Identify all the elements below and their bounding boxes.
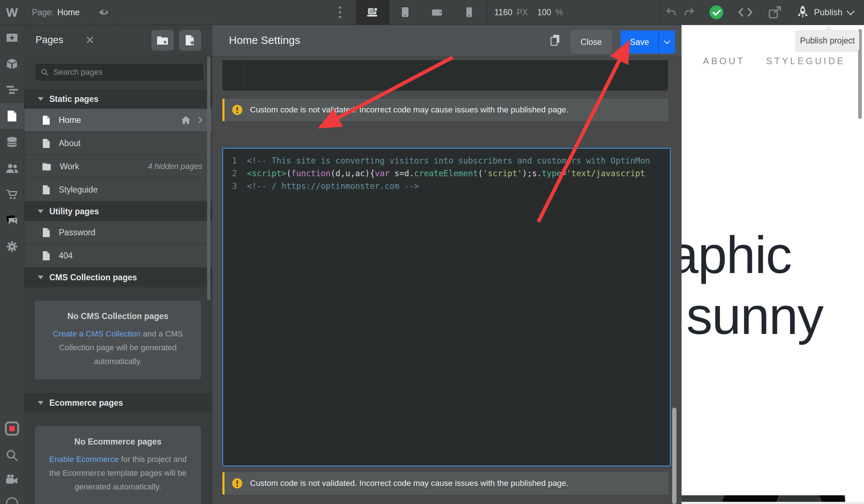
breakpoint-phone-landscape-icon[interactable] — [431, 0, 443, 25]
pages-button-active[interactable] — [0, 103, 24, 129]
divider — [761, 0, 761, 25]
code-text: <!-- / https://optinmonster.com --> — [237, 180, 670, 193]
code-export-icon[interactable] — [737, 0, 754, 25]
video-tutorials-button[interactable] — [0, 466, 24, 492]
search-icon — [41, 69, 48, 76]
home-icon — [181, 116, 191, 124]
zoom-value: 100 — [537, 8, 551, 17]
chevron-down-icon — [38, 97, 44, 101]
warning-text: Custom code is not validated. Incorrect … — [250, 105, 568, 115]
code-text: <!-- This site is converting visitors in… — [237, 154, 670, 167]
page-plus-icon — [185, 34, 195, 46]
add-elements-button[interactable] — [0, 25, 24, 51]
page-item-about[interactable]: About — [24, 132, 212, 154]
left-toolbar — [0, 25, 24, 504]
page-item-label: 404 — [59, 251, 73, 261]
divider — [487, 0, 487, 25]
warning-icon — [232, 478, 243, 489]
before-body-code-editor[interactable]: 1<!-- This site is converting visitors i… — [222, 148, 671, 466]
chevron-down-icon — [38, 276, 44, 279]
page-item-work[interactable]: Work4 hidden pages — [24, 155, 212, 178]
search-input[interactable] — [53, 67, 198, 77]
empty-state-link[interactable]: Enable Ecommerce — [49, 455, 119, 464]
divider — [389, 0, 390, 25]
code-line: 3<!-- / https://optinmonster.com --> — [223, 180, 670, 193]
components-button[interactable] — [0, 51, 24, 77]
page-item-password[interactable]: Password — [24, 221, 212, 244]
cms-collections-button[interactable] — [0, 129, 24, 156]
empty-state-title: No CMS Collection pages — [43, 311, 193, 321]
assets-button[interactable] — [0, 207, 24, 234]
share-icon[interactable] — [767, 0, 783, 25]
close-pages-panel-icon[interactable] — [85, 35, 95, 45]
preview-nav-styleguide[interactable]: STYLEGUIDE — [766, 56, 845, 66]
page-item-label: Styleguide — [59, 185, 98, 195]
preview-eye-icon[interactable] — [96, 0, 111, 25]
pages-panel-header: Pages — [24, 25, 212, 55]
help-button[interactable] — [0, 492, 24, 504]
pages-panel: Pages Static pagesHomeAboutWork4 hidden … — [24, 25, 212, 504]
pages-scrollbar-thumb[interactable] — [207, 57, 210, 300]
pages-section-header[interactable]: CMS Collection pages — [24, 268, 212, 287]
folder-plus-icon — [156, 35, 169, 45]
page-item-404[interactable]: 404 — [24, 244, 212, 267]
chevron-down-icon — [38, 401, 44, 405]
canvas-size-readout[interactable]: 1160 PX 100 % — [494, 0, 563, 25]
settings-header: Home Settings Close Save — [212, 25, 682, 56]
section-label: Static pages — [49, 94, 99, 104]
code-line: 2<script>(function(d,u,ac){var s=d.creat… — [223, 167, 670, 180]
kebab-menu-icon[interactable] — [334, 0, 346, 25]
section-label: Ecommerce pages — [49, 398, 123, 408]
preview-bottom-strip — [681, 502, 864, 504]
close-button[interactable]: Close — [571, 30, 612, 54]
top-bar: W Page: Home 1160 PX 100 % — [0, 0, 864, 25]
folder-icon — [42, 162, 51, 171]
new-folder-button[interactable] — [152, 30, 173, 50]
preview-nav-about[interactable]: ABOUT — [703, 56, 745, 66]
chevron-right-icon — [198, 116, 202, 124]
page-item-styleguide[interactable]: Styleguide — [24, 178, 212, 201]
search-button[interactable] — [0, 442, 24, 468]
page-item-home[interactable]: Home — [24, 109, 212, 131]
pages-search-box[interactable] — [36, 64, 203, 80]
settings-button[interactable] — [0, 234, 24, 260]
page-item-label: About — [59, 139, 81, 148]
pages-section-body: No Ecommerce pages Enable Ecommerce for … — [24, 413, 212, 504]
pages-section-header[interactable]: Static pages — [24, 89, 212, 109]
redo-icon[interactable] — [682, 0, 696, 25]
webflow-logo[interactable]: W — [0, 0, 24, 25]
tooltip-arrow — [823, 26, 834, 31]
divider — [703, 0, 703, 25]
head-code-editor-bottom[interactable] — [222, 60, 668, 91]
publish-button[interactable]: Publish — [797, 0, 853, 25]
divider — [790, 0, 791, 25]
save-dropdown[interactable] — [658, 30, 675, 54]
page-icon — [42, 139, 50, 148]
decorative-shape — [722, 495, 779, 502]
ecommerce-button[interactable] — [0, 181, 24, 208]
breadcrumb[interactable]: Page: Home — [32, 0, 79, 25]
settings-title: Home Settings — [229, 25, 300, 56]
save-button[interactable]: Save — [621, 30, 675, 54]
chevron-down-icon — [664, 38, 670, 44]
settings-scrollbar-thumb[interactable] — [672, 408, 676, 504]
canvas-width-unit: PX — [517, 8, 528, 17]
breakpoint-desktop-icon[interactable] — [366, 0, 379, 25]
divider — [117, 0, 117, 25]
duplicate-icon[interactable] — [550, 34, 562, 46]
undo-icon[interactable] — [664, 0, 678, 25]
zoom-unit: % — [556, 8, 563, 17]
pages-section-header[interactable]: Utility pages — [24, 202, 212, 221]
chevron-down-icon — [38, 210, 44, 213]
new-page-button[interactable] — [179, 30, 201, 50]
empty-state-link[interactable]: Create a CMS Collection — [53, 329, 141, 338]
users-button[interactable] — [0, 155, 24, 182]
breakpoint-tablet-icon[interactable] — [399, 0, 411, 25]
navigator-button[interactable] — [0, 77, 24, 103]
page-item-label: Password — [59, 228, 95, 237]
custom-code-warning-bottom: Custom code is not validated. Incorrect … — [222, 472, 668, 495]
screen-record-button[interactable] — [0, 416, 24, 442]
breakpoint-phone-portrait-icon[interactable] — [464, 0, 475, 25]
pages-section-header[interactable]: Ecommerce pages — [24, 393, 212, 413]
saved-check-icon[interactable] — [709, 0, 724, 25]
